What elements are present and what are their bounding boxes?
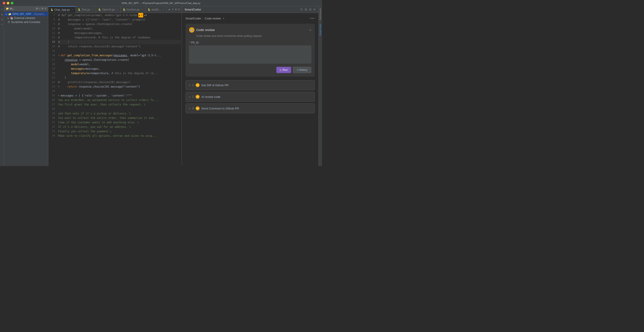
code-line-14: # return response.choices[0].message["co… [58, 44, 181, 49]
notifications-tab[interactable]: Notifications [319, 6, 322, 22]
line-numbers: 7 8 9 10 11 12 13 14 15 16 17 18 19 20 2… [48, 13, 57, 166]
tab-close-chat-app[interactable]: ✕ [72, 9, 73, 11]
breadcrumb-root[interactable]: SmartCoder [186, 17, 201, 20]
editor-settings-icon[interactable]: ⚙ [175, 8, 177, 11]
smartcoder-tab[interactable]: SmartCoder [319, 22, 322, 37]
history-button[interactable]: « History [293, 67, 311, 73]
step-item-3[interactable]: ∨ 3 AI Send Comment to Github PR [186, 103, 315, 113]
line-num-14: 14 [50, 44, 55, 49]
tab-overflow-button[interactable]: ▾ [167, 8, 172, 11]
tab-openai[interactable]: 🐍 OpenAI.py ✕ [96, 6, 120, 13]
step-2-ai-icon: AI [196, 95, 200, 99]
code-line-29: and then asks if it's a pickup or delive… [58, 111, 181, 116]
code-content[interactable]: # def get_completion(prompt, model="gpt-… [57, 13, 182, 166]
smartcoder-header-actions: ↻ ⚙ ⊡ ✕ [300, 8, 316, 11]
close-button[interactable] [3, 2, 5, 4]
editor-maximize-icon[interactable]: ⊡ [178, 8, 180, 11]
step-item-2[interactable]: ∨ 2 AI AI review code [186, 92, 315, 102]
minimize-button[interactable] [7, 2, 10, 4]
code-line-26: You are OrderBot, an automated service t… [58, 98, 181, 102]
smartcoder-refresh-icon[interactable]: ↻ [300, 8, 303, 11]
tab-bar: 🐍 Chat_App.py ✕ 🐍 Test.py ✕ 🐍 OpenAI.py … [48, 6, 182, 13]
code-line-19: messages =messages, [58, 67, 181, 71]
action-buttons: ▷ Run « History [189, 67, 311, 73]
line-num-29: 29 [50, 111, 55, 116]
step-3-arrow-icon: ∨ [189, 107, 190, 110]
code-review-header: 🤖 Code review ∧ [189, 27, 311, 33]
smartcoder-settings-icon[interactable]: ⚙ [304, 8, 307, 11]
project-close-icon[interactable]: ✕ [44, 7, 46, 10]
step-3-ai-icon: AI [196, 106, 200, 110]
fold-marker-25[interactable]: ▼ [58, 93, 61, 98]
fold-arrow-7[interactable]: ▲▼ [144, 13, 147, 17]
tree-item-scratches[interactable]: 🗒 Scratches and Consoles [4, 20, 48, 24]
editor-area: 🐍 Chat_App.py ✕ 🐍 Test.py ✕ 🐍 OpenAI.py … [48, 6, 182, 166]
tab-icon-function: 🐍 [123, 8, 126, 11]
code-line-12: # temperature=0, # this is the degree of… [58, 35, 181, 40]
breadcrumb-separator: / [202, 17, 204, 20]
line-num-9: 9 [50, 22, 55, 26]
code-line-10: # model=model, [58, 26, 181, 31]
code-line-8: # messages = [{"role": "user", "content"… [58, 17, 181, 22]
step-2-arrow-icon: ∨ [189, 96, 190, 98]
breadcrumb-current[interactable]: Code review [205, 17, 221, 20]
breadcrumb-more-icon[interactable]: ••• [310, 16, 315, 20]
tab-icon-weath: 🐍 [148, 8, 150, 11]
window-title: OPAI_MY_APP – ~/PycharmProjects/OPAI_MY_… [122, 2, 200, 4]
maximize-button[interactable] [11, 2, 14, 4]
fold-marker-16[interactable]: ▼ [58, 53, 61, 58]
line-num-25: 25 [50, 93, 55, 98]
fold-marker-23[interactable]: ▼ [58, 84, 61, 89]
run-button[interactable]: ▷ Run [276, 67, 291, 73]
smartcoder-maximize-icon[interactable]: ⊡ [309, 8, 312, 11]
tree-root-label: OPAI_MY_APP [12, 12, 31, 16]
sidebar-icon-nav[interactable]: ≡ [0, 22, 4, 27]
pr-id-label: * PR_ID [189, 41, 311, 44]
step-item-1[interactable]: ∨ 1 AI Get Diff of Github PR [186, 80, 315, 90]
smartcoder-panel: SmartCoder ↻ ⚙ ⊡ ✕ SmartCoder / Code rev… [182, 6, 318, 166]
smartcoder-header: SmartCoder ↻ ⚙ ⊡ ✕ [182, 6, 318, 13]
sidebar-icon-structure[interactable]: ⊞ [0, 12, 4, 17]
project-settings-icon[interactable]: ⚙ [41, 7, 44, 10]
code-review-section: 🤖 Code review ∧ Code review and send com… [186, 24, 315, 77]
tab-chat-app[interactable]: 🐍 Chat_App.py ✕ [48, 6, 76, 13]
tab-weath[interactable]: 🐍 weath... ✕ [146, 6, 167, 13]
tree-item-root[interactable]: ▶ 📁 OPAI_MY_APP ~/Pycharm... [4, 12, 48, 16]
step-2-number: 2 [192, 95, 194, 98]
code-review-collapse-icon[interactable]: ∧ [309, 28, 311, 31]
code-line-28 [58, 107, 181, 111]
project-expand-icon[interactable]: ⊞ [36, 7, 38, 10]
window-controls[interactable] [3, 2, 14, 4]
pr-id-label-text: PR_ID [191, 41, 199, 44]
tab-close-function[interactable]: ✕ [141, 8, 143, 11]
code-line-33: Finally you collect the payment.\ [58, 129, 181, 134]
code-line-15 [58, 49, 181, 53]
project-collapse-icon[interactable]: ≡ [39, 7, 40, 10]
tree-folder-icon: 📁 [8, 13, 12, 16]
main-layout: P ⊞ ☰ ≡ 📁 Pr... ⊞ ≡ ⚙ ✕ ▶ 📁 OPAI_MY_APP … [0, 6, 322, 166]
line-num-26: 26 [50, 98, 55, 102]
sidebar-icon-bookmarks[interactable]: ☰ [0, 17, 4, 22]
tree-ext-label: External Libraries [14, 16, 35, 20]
tree-item-ext-libs[interactable]: ▶ 📚 External Libraries [4, 16, 48, 20]
line-num-33: 33 [50, 129, 55, 134]
code-line-16: ▼ def get_completion_from_messages ( mes… [58, 53, 181, 58]
tab-function[interactable]: 🐍 function.py ✕ [120, 6, 146, 13]
tab-close-test[interactable]: ✕ [92, 8, 94, 11]
pr-id-input[interactable] [189, 46, 311, 63]
code-editor[interactable]: 7 8 9 10 11 12 13 14 15 16 17 18 19 20 2… [48, 13, 182, 166]
tab-close-weath[interactable]: ✕ [162, 8, 164, 11]
notifications-label: Notifications [319, 8, 322, 20]
tree-arrow-ext: ▶ [8, 17, 9, 19]
breadcrumb-dropdown-icon[interactable]: ▾ [223, 17, 224, 20]
line-num-10: 10 [50, 26, 55, 31]
tab-close-openai[interactable]: ✕ [116, 8, 118, 11]
code-line-18: model =model, [58, 62, 181, 67]
editor-recent-files-icon[interactable]: ↻ [172, 8, 174, 11]
code-review-title: Code review [196, 28, 214, 32]
tab-test[interactable]: 🐍 Test.py ✕ [76, 6, 96, 13]
smartcoder-close-icon[interactable]: ✕ [313, 8, 316, 11]
sidebar-icon-project[interactable]: P [0, 7, 4, 12]
step-1-number: 1 [192, 84, 194, 87]
code-line-13: # ) [58, 40, 181, 44]
